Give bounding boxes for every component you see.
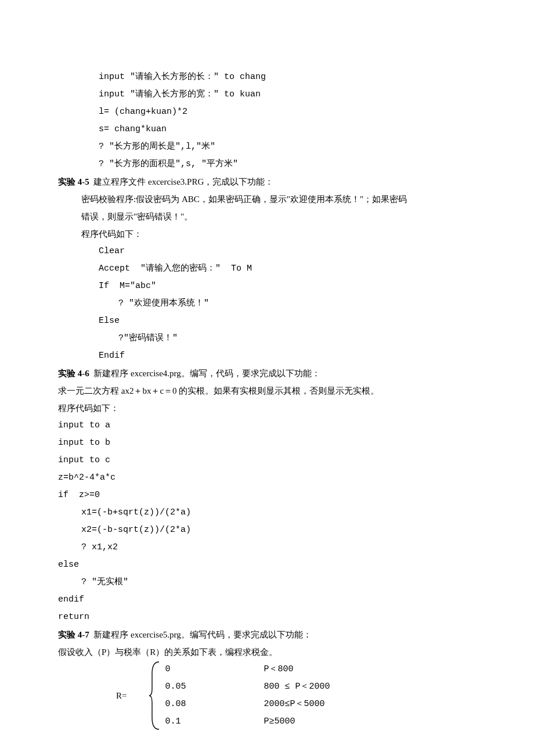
tax-cond: 800 ≤ P＜2000: [264, 678, 330, 696]
paragraph: 程序代码如下：: [58, 225, 476, 243]
r-equals-label: R=: [116, 661, 149, 730]
tax-rate: 0.08: [165, 696, 264, 713]
code-line: input to c: [58, 452, 476, 469]
heading-line: 实验 4-5 建立程序文件 excercise3.PRG，完成以下功能：: [58, 173, 476, 190]
tax-row: 0 P＜800: [165, 661, 330, 678]
tax-row: 0.05 800 ≤ P＜2000: [165, 678, 330, 696]
left-brace-icon: [149, 661, 161, 730]
paragraph: 密码校验程序:假设密码为 ABC，如果密码正确，显示"欢迎使用本系统！"；如果密…: [58, 190, 476, 208]
code-line: input to a: [58, 417, 476, 434]
code-line: Else: [58, 312, 476, 330]
code-line: input to b: [58, 434, 476, 452]
code-line: x2=(-b-sqrt(z))/(2*a): [58, 521, 476, 539]
code-line: Clear: [58, 243, 476, 260]
heading-desc: 新建程序 excercise4.prg。编写，代码，要求完成以下功能：: [89, 369, 320, 378]
code-line: ?"密码错误！": [58, 330, 476, 347]
experiment-4-5: 实验 4-5 建立程序文件 excercise3.PRG，完成以下功能： 密码校…: [58, 173, 476, 365]
tax-cond: P≥5000: [264, 713, 295, 730]
heading-title: 实验 4-6: [58, 369, 89, 378]
tax-rate: 0.1: [165, 713, 264, 730]
code-line: z=b^2-4*a*c: [58, 469, 476, 487]
code-line: input "请输入长方形的宽：" to kuan: [58, 86, 476, 103]
code-line: ? "长方形的周长是",l,"米": [58, 138, 476, 156]
code-line: ? "无实根": [58, 574, 476, 591]
paragraph: 程序代码如下：: [58, 399, 476, 417]
tax-rows: 0 P＜800 0.05 800 ≤ P＜2000 0.08 2000≤P＜50…: [161, 661, 330, 730]
code-line: ? "欢迎使用本系统！": [58, 295, 476, 312]
paragraph: 错误，则显示"密码错误！"。: [58, 208, 476, 225]
tax-rate: 0.05: [165, 678, 264, 696]
code-block-prev: input "请输入长方形的长：" to chang input "请输入长方形…: [58, 69, 476, 173]
tax-rate: 0: [165, 661, 264, 678]
code-line: endif: [58, 591, 476, 609]
code-line: else: [58, 556, 476, 574]
code-line: ? x1,x2: [58, 539, 476, 556]
paragraph: 假设收入（P）与税率（R）的关系如下表，编程求税金。: [58, 643, 476, 661]
tax-cond: P＜800: [264, 661, 293, 678]
heading-title: 实验 4-5: [58, 177, 89, 186]
heading-line: 实验 4-7 新建程序 excercise5.prg。编写代码，要求完成以下功能…: [58, 626, 476, 643]
tax-cond: 2000≤P＜5000: [264, 696, 324, 713]
code-line: ? "长方形的面积是",s, "平方米": [58, 156, 476, 173]
heading-title: 实验 4-7: [58, 630, 89, 639]
code-line: x1=(-b+sqrt(z))/(2*a): [58, 504, 476, 521]
code-line: If M="abc": [58, 278, 476, 295]
experiment-4-6: 实验 4-6 新建程序 excercise4.prg。编写，代码，要求完成以下功…: [58, 365, 476, 626]
code-line: l= (chang+kuan)*2: [58, 103, 476, 121]
tax-row: 0.1 P≥5000: [165, 713, 330, 730]
heading-line: 实验 4-6 新建程序 excercise4.prg。编写，代码，要求完成以下功…: [58, 365, 476, 382]
code-line: if z>=0: [58, 487, 476, 504]
code-line: Accept "请输入您的密码：" To M: [58, 260, 476, 278]
heading-desc: 建立程序文件 excercise3.PRG，完成以下功能：: [89, 177, 273, 186]
tax-table: R= 0 P＜800 0.05 800 ≤ P＜2000 0.08 2000≤P…: [58, 661, 476, 730]
heading-desc: 新建程序 excercise5.prg。编写代码，要求完成以下功能：: [89, 630, 312, 639]
code-line: input "请输入长方形的长：" to chang: [58, 69, 476, 86]
code-block-45: Clear Accept "请输入您的密码：" To M If M="abc" …: [58, 243, 476, 365]
code-line: s= chang*kuan: [58, 121, 476, 138]
experiment-4-7: 实验 4-7 新建程序 excercise5.prg。编写代码，要求完成以下功能…: [58, 626, 476, 730]
code-block-46: input to a input to b input to c z=b^2-4…: [58, 417, 476, 626]
code-line: return: [58, 609, 476, 626]
tax-row: 0.08 2000≤P＜5000: [165, 696, 330, 713]
paragraph: 求一元二次方程 ax2＋bx＋c＝0 的实根。如果有实根则显示其根，否则显示无实…: [58, 382, 476, 399]
code-line: Endif: [58, 347, 476, 365]
